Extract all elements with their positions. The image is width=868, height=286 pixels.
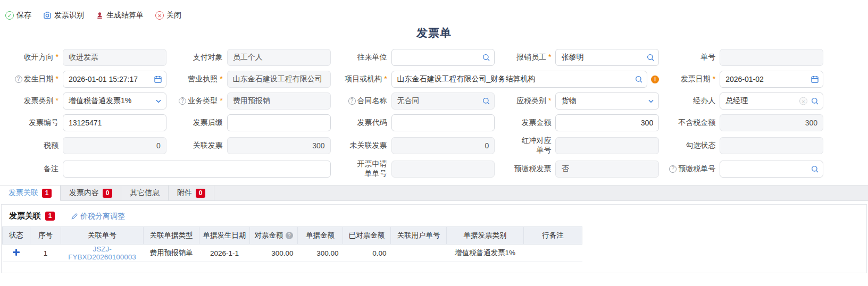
panel-header: 发票关联 1 价税分离调整 bbox=[2, 205, 866, 226]
calendar-icon[interactable] bbox=[811, 75, 819, 83]
tab-badge: 1 bbox=[42, 189, 52, 198]
generate-settlement-button[interactable]: 生成结算单 bbox=[96, 11, 144, 20]
calendar-icon[interactable] bbox=[154, 75, 162, 83]
toolbar: 保存 发票识别 生成结算单 关闭 bbox=[0, 0, 868, 21]
occur-date-label: 发生日期 bbox=[24, 74, 54, 84]
field-reimburse-employee: 报销员工* bbox=[496, 49, 659, 66]
search-icon[interactable] bbox=[646, 53, 655, 62]
counterpart-input[interactable] bbox=[391, 49, 495, 66]
invoice-amount-input[interactable] bbox=[555, 114, 659, 131]
search-icon[interactable] bbox=[482, 53, 490, 62]
invoice-category-select[interactable]: 增值税普通发票1% bbox=[63, 92, 166, 110]
invoice-category-label: 发票类别 bbox=[24, 96, 54, 106]
chevron-down-icon[interactable] bbox=[647, 97, 655, 105]
required-mark: * bbox=[548, 53, 551, 62]
plus-icon[interactable] bbox=[13, 249, 20, 256]
help-icon bbox=[669, 165, 677, 173]
tab-invoice-content[interactable]: 发票内容 0 bbox=[61, 186, 121, 200]
red-reverse-no-input bbox=[555, 137, 659, 154]
col-doc-no: 关联单号 bbox=[61, 227, 144, 245]
tax-category-select[interactable]: 货物 bbox=[555, 92, 659, 110]
col-user-doc-no: 关联用户单号 bbox=[391, 227, 447, 245]
col-matched-amount-label: 对票金额 bbox=[255, 231, 283, 240]
invoice-code-input[interactable] bbox=[391, 114, 495, 131]
field-tax-category: 应税类别* 货物 bbox=[496, 92, 659, 110]
tab-invoice-relation[interactable]: 发票关联 1 bbox=[0, 186, 61, 201]
doc-no-input bbox=[720, 49, 823, 66]
tab-badge: 0 bbox=[196, 189, 205, 198]
tab-attachments[interactable]: 附件 0 bbox=[169, 186, 214, 200]
field-prepaid-tax-invoice: 预缴税发票 bbox=[496, 159, 659, 178]
contract-name-label: 合同名称 bbox=[357, 96, 387, 106]
required-mark: * bbox=[220, 74, 222, 84]
field-billing-request-no: 开票申请 单单号 bbox=[332, 159, 495, 178]
field-invoice-suffix: 发票后缀 bbox=[168, 114, 331, 131]
search-icon[interactable] bbox=[482, 97, 490, 105]
invoice-date-input[interactable] bbox=[720, 71, 823, 88]
field-doc-no: 单号 bbox=[660, 49, 823, 66]
required-mark: * bbox=[56, 53, 59, 62]
chevron-down-icon[interactable] bbox=[155, 97, 162, 105]
prepaid-tax-invoice-label: 预缴税发票 bbox=[514, 164, 551, 174]
field-project-org: 项目或机构* bbox=[332, 71, 660, 88]
recognize-label: 发票识别 bbox=[54, 11, 84, 20]
camera-icon bbox=[43, 11, 52, 20]
prepaid-tax-no-input[interactable] bbox=[720, 161, 823, 178]
business-type-label: 业务类型 bbox=[188, 96, 218, 106]
required-mark: * bbox=[548, 96, 551, 106]
invoice-date-label: 发票日期 bbox=[681, 74, 711, 84]
stamp-icon bbox=[96, 12, 104, 20]
doc-type-cell: 费用预报销单 bbox=[144, 245, 199, 262]
doc-no-link[interactable]: JSZJ-FYBXD20260100003 bbox=[61, 245, 144, 262]
invoice-code-label: 发票代码 bbox=[357, 118, 387, 128]
counterpart-label: 往来单位 bbox=[357, 53, 387, 62]
amount-excl-tax-input bbox=[720, 114, 823, 131]
col-seq: 序号 bbox=[30, 227, 61, 245]
invoice-suffix-label: 发票后缀 bbox=[193, 118, 223, 128]
panel-badge: 1 bbox=[45, 212, 55, 221]
handler-input[interactable] bbox=[720, 92, 823, 110]
tab-label: 其它信息 bbox=[130, 188, 160, 198]
reimburse-employee-input[interactable] bbox=[555, 49, 659, 66]
price-tax-split-adjust-link[interactable]: 价税分离调整 bbox=[71, 212, 125, 221]
project-org-input[interactable] bbox=[391, 71, 648, 88]
prepaid-tax-invoice-input bbox=[555, 161, 659, 178]
invoice-recognize-button[interactable]: 发票识别 bbox=[43, 11, 84, 20]
invoice-no-label: 发票编号 bbox=[29, 118, 59, 128]
field-handler: 经办人 bbox=[660, 92, 823, 110]
help-icon bbox=[179, 97, 186, 105]
field-business-type: 业务类型* bbox=[168, 92, 331, 110]
search-icon[interactable] bbox=[635, 75, 643, 83]
field-red-reverse-no: 红冲对应 单号 bbox=[496, 136, 659, 155]
search-icon[interactable] bbox=[811, 97, 819, 105]
search-icon[interactable] bbox=[811, 165, 819, 173]
linked-invoice-label: 关联发票 bbox=[193, 141, 223, 150]
col-billed-amount: 已对票金额 bbox=[343, 227, 391, 245]
info-icon[interactable] bbox=[651, 75, 659, 83]
unlinked-invoice-label: 未关联发票 bbox=[350, 141, 387, 150]
occur-date-input[interactable] bbox=[63, 71, 166, 88]
clear-icon[interactable] bbox=[799, 97, 807, 105]
close-button[interactable]: 关闭 bbox=[155, 11, 181, 20]
invoice-relation-panel: 发票关联 1 价税分离调整 状态 序号 关联单号 关联单据类型 单据发生日期 bbox=[1, 204, 867, 273]
field-invoice-amount: 发票金额 bbox=[496, 114, 659, 131]
red-reverse-no-label: 红冲对应 单号 bbox=[521, 136, 551, 155]
tax-category-label: 应税类别 bbox=[516, 96, 546, 106]
field-occur-date: 发生日期* bbox=[3, 71, 166, 88]
business-license-label: 营业执照 bbox=[188, 74, 218, 84]
page-title: 发票单 bbox=[0, 26, 868, 40]
field-invoice-no: 发票编号 bbox=[3, 114, 166, 131]
required-mark: * bbox=[56, 96, 59, 106]
pencil-icon bbox=[71, 213, 78, 220]
help-icon[interactable] bbox=[286, 232, 293, 239]
remark-input[interactable] bbox=[63, 161, 331, 178]
save-button[interactable]: 保存 bbox=[5, 11, 31, 20]
col-doc-amount: 单据金额 bbox=[298, 227, 343, 245]
tax-amount-label: 税额 bbox=[44, 141, 59, 150]
invoice-no-input[interactable] bbox=[63, 114, 166, 131]
tab-other-info[interactable]: 其它信息 bbox=[121, 186, 169, 200]
status-cell bbox=[3, 245, 30, 262]
invoice-suffix-input[interactable] bbox=[227, 114, 331, 131]
tab-badge: 0 bbox=[103, 189, 112, 198]
billing-request-no-label: 开票申请 单单号 bbox=[357, 159, 387, 178]
